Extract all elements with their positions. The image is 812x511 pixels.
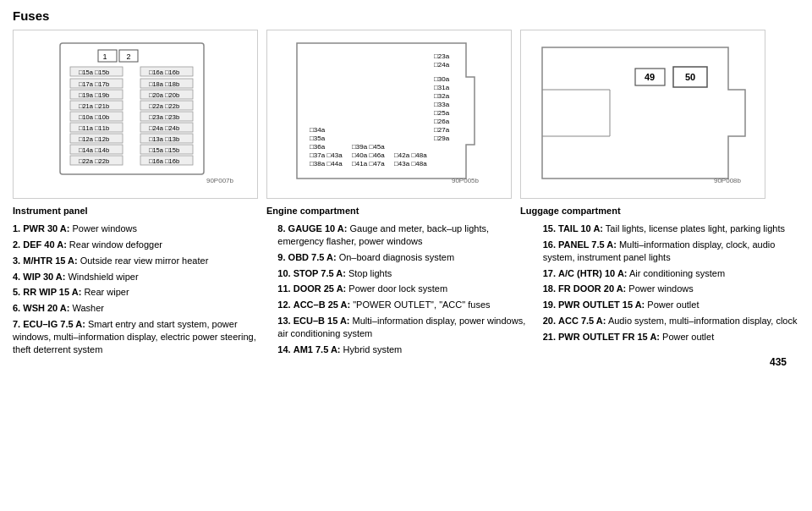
fuse-number: 16. (543, 239, 556, 250)
fuse-number: 7. (13, 319, 20, 329)
svg-text:□22a □22b: □22a □22b (149, 102, 179, 110)
fuse-list-item: 12. ACC–B 25 A: "POWER OUTLET", "ACC" fu… (277, 299, 534, 311)
svg-text:□20a □20b: □20a □20b (149, 91, 179, 99)
svg-text:□40a □46a: □40a □46a (352, 151, 385, 159)
fuse-list-item: 6. WSH 20 A: Washer (13, 302, 269, 315)
svg-text:□10a □10b: □10a □10b (79, 113, 109, 121)
fuse-amperage: AM1 7.5 A: (294, 344, 341, 354)
svg-text:□42a □48a: □42a □48a (394, 151, 427, 159)
fuse-list-item: 14. AM1 7.5 A: Hybrid system (277, 343, 534, 356)
svg-text:□34a: □34a (310, 126, 326, 134)
fuse-list-item: 5. RR WIP 15 A: Rear wiper (13, 286, 269, 299)
fuse-list-item: 18. FR DOOR 20 A: Power windows (543, 283, 799, 295)
svg-rect-1 (98, 50, 117, 62)
svg-text:□24a: □24a (434, 61, 450, 69)
fuse-list-3: 15. TAIL 10 A: Tail lights, license plat… (543, 223, 799, 343)
svg-text:□15a □15b: □15a □15b (79, 69, 109, 76)
fuse-amperage: A/C (HTR) 10 A: (558, 268, 627, 278)
fuse-number: 21. (543, 332, 556, 342)
diagram-labels-row: Instrument panel Engine compartment Lugg… (13, 206, 799, 216)
svg-text:□30a: □30a (434, 75, 450, 83)
fuse-amperage: PWR OUTLET 15 A: (558, 299, 645, 310)
fuse-description: Hybrid system (343, 344, 403, 354)
fuse-list-item: 19. PWR OUTLET 15 A: Power outlet (543, 299, 799, 311)
fuse-number: 15. (543, 223, 556, 234)
fuse-list-item: 2. DEF 40 A: Rear window defogger (13, 239, 269, 251)
fuse-description: Power outlet (662, 332, 714, 342)
fuse-number: 10. (277, 268, 290, 278)
fuse-list-1: 1. PWR 30 A: Power windows2. DEF 40 A: R… (13, 223, 269, 356)
svg-text:□26a: □26a (434, 118, 450, 125)
fuse-amperage: WSH 20 A: (23, 303, 69, 313)
svg-text:□22a □22b: □22a □22b (79, 157, 109, 165)
svg-text:□35a: □35a (310, 135, 326, 142)
fuse-amperage: FR DOOR 20 A: (558, 283, 626, 294)
svg-text:2: 2 (126, 52, 130, 61)
fuse-column-2: 8. GAUGE 10 A: Gauge and meter, back–up … (277, 223, 542, 360)
luggage-compartment-diagram: 49 50 90P008b (520, 30, 765, 199)
svg-text:□25a: □25a (434, 109, 450, 117)
fuse-amperage: PANEL 7.5 A: (558, 239, 617, 250)
fuse-description: Washer (73, 303, 105, 313)
svg-text:□14a □14b: □14a □14b (79, 146, 109, 154)
fuse-amperage: PWR OUTLET FR 15 A: (558, 332, 660, 342)
fuse-number: 4. (13, 272, 20, 282)
fuse-description: Outside rear view mirror heater (80, 256, 209, 266)
svg-text:□36a: □36a (310, 143, 326, 151)
fuse-list-item: 13. ECU–B 15 A: Multi–information displa… (277, 315, 534, 340)
fuse-list-item: 21. PWR OUTLET FR 15 A: Power outlet (543, 331, 799, 343)
fuse-number: 1. (13, 223, 20, 234)
svg-text:50: 50 (685, 72, 695, 82)
fuse-list-item: 11. DOOR 25 A: Power door lock system (277, 283, 534, 295)
fuse-amperage: ACC 7.5 A: (558, 316, 606, 326)
fuse-number: 11. (277, 283, 290, 294)
fuse-amperage: STOP 7.5 A: (294, 268, 346, 278)
instrument-panel-diagram: 1 2 □15a □15b □17a □17b □19a □19b □21a □… (13, 30, 258, 199)
svg-text:□15a □15b: □15a □15b (149, 146, 179, 154)
svg-text:□33a: □33a (434, 101, 450, 108)
fuse-description: Power outlet (647, 299, 699, 310)
svg-text:□16a □16b: □16a □16b (149, 157, 179, 165)
fuse-list-item: 3. M/HTR 15 A: Outside rear view mirror … (13, 255, 269, 267)
svg-text:90P008b: 90P008b (714, 177, 742, 184)
svg-text:□39a □45a: □39a □45a (352, 143, 385, 151)
fuse-description: "POWER OUTLET", "ACC" fuses (353, 299, 490, 310)
svg-text:49: 49 (645, 72, 655, 82)
fuse-amperage: WIP 30 A: (23, 272, 65, 282)
engine-compartment-label: Engine compartment (266, 206, 520, 216)
fuse-number: 9. (277, 252, 285, 262)
fuse-amperage: DOOR 25 A: (294, 283, 347, 294)
diagrams-row: 1 2 □15a □15b □17a □17b □19a □19b □21a □… (13, 30, 799, 199)
fuse-list-item: 7. ECU–IG 7.5 A: Smart entry and start s… (13, 318, 269, 356)
svg-text:□18a □18b: □18a □18b (149, 80, 179, 88)
fuse-number: 14. (277, 344, 290, 354)
fuse-description: Power windows (73, 223, 137, 234)
fuse-amperage: M/HTR 15 A: (23, 256, 77, 266)
svg-text:□12a □12b: □12a □12b (79, 135, 109, 143)
fuse-number: 12. (277, 299, 290, 310)
fuse-description: Windshield wiper (68, 272, 138, 282)
instrument-panel-label: Instrument panel (13, 206, 266, 216)
svg-text:□31a: □31a (434, 84, 450, 91)
fuse-amperage: TAIL 10 A: (558, 223, 603, 234)
svg-text:□23a: □23a (434, 52, 450, 60)
svg-text:90P005b: 90P005b (452, 177, 480, 184)
svg-text:□13a □13b: □13a □13b (149, 135, 179, 143)
fuse-list-item: 8. GAUGE 10 A: Gauge and meter, back–up … (277, 223, 534, 248)
fuse-amperage: ACC–B 25 A: (294, 299, 350, 310)
fuse-content: 1. PWR 30 A: Power windows2. DEF 40 A: R… (13, 223, 799, 360)
fuse-description: Air conditioning system (629, 268, 725, 278)
fuse-number: 3. (13, 256, 20, 266)
fuse-amperage: DEF 40 A: (23, 239, 67, 250)
fuse-list-2: 8. GAUGE 10 A: Gauge and meter, back–up … (277, 223, 534, 356)
fuse-number: 6. (13, 303, 20, 313)
fuse-description: Stop lights (348, 268, 392, 278)
svg-text:□23a □23b: □23a □23b (149, 113, 179, 121)
svg-text:□32a: □32a (434, 92, 450, 100)
fuse-number: 17. (543, 268, 556, 278)
svg-text:□21a □21b: □21a □21b (79, 102, 109, 110)
fuse-description: On–board diagnosis system (339, 252, 454, 262)
fuse-amperage: ECU–B 15 A: (294, 316, 350, 326)
fuse-list-item: 17. A/C (HTR) 10 A: Air conditioning sys… (543, 267, 799, 280)
fuse-list-item: 15. TAIL 10 A: Tail lights, license plat… (543, 223, 799, 235)
